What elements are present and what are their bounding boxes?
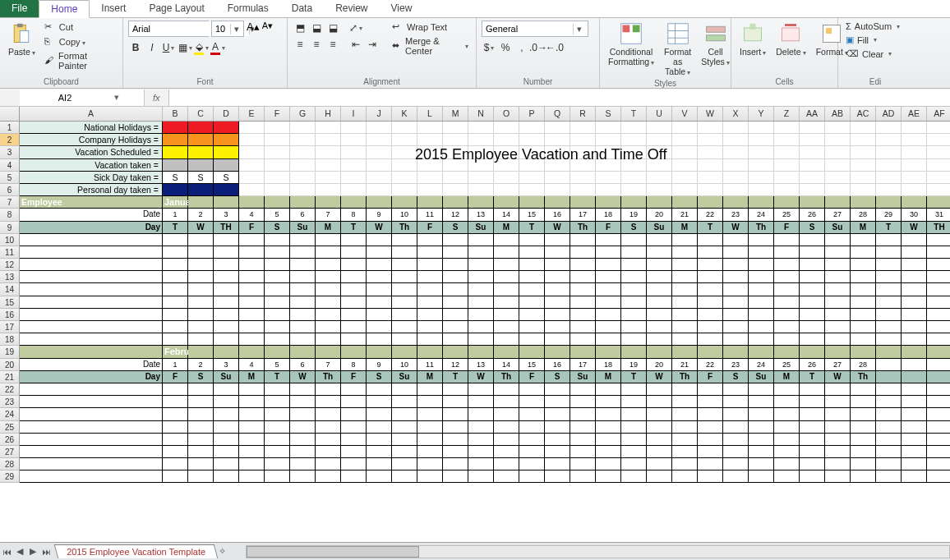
cell[interactable]	[545, 446, 570, 458]
cell[interactable]	[316, 458, 341, 470]
column-header[interactable]: X	[723, 107, 749, 121]
cell[interactable]	[163, 134, 188, 146]
column-header[interactable]: AE	[902, 107, 927, 121]
cell[interactable]	[519, 408, 545, 420]
cell[interactable]	[927, 134, 950, 146]
cell[interactable]	[443, 296, 468, 309]
cell[interactable]	[316, 346, 341, 358]
cell[interactable]	[214, 321, 239, 333]
cell[interactable]	[188, 196, 214, 209]
cell[interactable]	[392, 246, 417, 259]
cell[interactable]	[927, 321, 950, 333]
cell[interactable]	[265, 184, 290, 196]
cell[interactable]	[417, 470, 443, 483]
row-header[interactable]: 27	[0, 446, 20, 458]
cell[interactable]	[239, 283, 265, 296]
cell[interactable]: 26	[800, 359, 825, 371]
cell[interactable]: M	[672, 222, 698, 234]
cell[interactable]: T	[265, 371, 290, 383]
cell[interactable]	[265, 196, 290, 209]
cell[interactable]: Th	[672, 371, 698, 383]
cell[interactable]	[749, 134, 774, 146]
cell[interactable]	[239, 159, 265, 172]
cell[interactable]	[902, 309, 927, 321]
cell[interactable]	[519, 196, 545, 209]
cell[interactable]	[417, 122, 443, 134]
cell[interactable]	[698, 383, 723, 396]
row-header[interactable]: 9	[0, 222, 20, 234]
cell[interactable]	[876, 134, 902, 146]
cell[interactable]	[417, 134, 443, 146]
cell[interactable]	[494, 434, 519, 446]
align-middle-button[interactable]: ⬓	[309, 21, 324, 35]
cell[interactable]	[774, 172, 800, 184]
cell[interactable]	[647, 408, 672, 420]
cell[interactable]: TH	[214, 222, 239, 234]
cell[interactable]	[570, 246, 596, 259]
cell[interactable]	[596, 283, 621, 296]
cell[interactable]	[494, 271, 519, 283]
cell[interactable]	[621, 196, 647, 209]
decrease-decimal-button[interactable]: ←.0	[547, 40, 562, 55]
cell[interactable]	[163, 159, 188, 172]
cell[interactable]: Vacation taken =	[20, 159, 163, 172]
cell[interactable]	[596, 184, 621, 196]
cell[interactable]	[545, 434, 570, 446]
cell[interactable]	[341, 470, 367, 483]
cell[interactable]	[239, 421, 265, 434]
cell[interactable]	[214, 234, 239, 246]
cell[interactable]	[851, 296, 876, 309]
cell[interactable]	[341, 172, 367, 184]
cell[interactable]	[214, 446, 239, 458]
cell[interactable]	[367, 458, 392, 470]
cell[interactable]	[341, 346, 367, 358]
cell[interactable]	[774, 421, 800, 434]
cell[interactable]	[647, 470, 672, 483]
cell[interactable]	[188, 234, 214, 246]
cell[interactable]	[876, 470, 902, 483]
cell[interactable]	[621, 434, 647, 446]
cell[interactable]	[825, 458, 851, 470]
copy-button[interactable]: ⎘Copy	[42, 35, 118, 48]
cell[interactable]: 9	[367, 359, 392, 371]
cell[interactable]	[876, 446, 902, 458]
cell[interactable]	[468, 421, 494, 434]
cell[interactable]	[468, 446, 494, 458]
cell[interactable]	[876, 371, 902, 383]
cell[interactable]	[774, 271, 800, 283]
cell[interactable]	[851, 246, 876, 259]
cell[interactable]	[570, 259, 596, 271]
cell[interactable]	[545, 234, 570, 246]
fill-button[interactable]: ▣Fill	[843, 34, 902, 46]
cell[interactable]	[570, 321, 596, 333]
cell[interactable]: 14	[494, 359, 519, 371]
cell[interactable]	[749, 458, 774, 470]
cell[interactable]	[621, 446, 647, 458]
cell[interactable]	[392, 283, 417, 296]
cell[interactable]	[672, 184, 698, 196]
cell[interactable]	[20, 346, 163, 358]
cell[interactable]	[265, 246, 290, 259]
cell[interactable]	[265, 271, 290, 283]
cell[interactable]	[698, 196, 723, 209]
cell[interactable]: 26	[800, 209, 825, 221]
cell[interactable]: T	[698, 222, 723, 234]
row-header[interactable]: 4	[0, 159, 20, 172]
cell[interactable]	[392, 346, 417, 358]
cell[interactable]: M	[851, 222, 876, 234]
cell[interactable]	[774, 234, 800, 246]
cell[interactable]: W	[468, 371, 494, 383]
cell[interactable]	[749, 122, 774, 134]
cell[interactable]	[647, 333, 672, 346]
cell[interactable]	[163, 383, 188, 396]
cell[interactable]: T	[519, 222, 545, 234]
cell[interactable]	[214, 146, 239, 158]
cell[interactable]	[570, 283, 596, 296]
cell[interactable]	[494, 234, 519, 246]
cell[interactable]	[621, 383, 647, 396]
cell[interactable]	[672, 159, 698, 172]
tab-nav-last[interactable]: ⏭	[39, 547, 53, 557]
cell[interactable]	[468, 259, 494, 271]
cell[interactable]: 4	[239, 359, 265, 371]
cell[interactable]	[723, 196, 749, 209]
